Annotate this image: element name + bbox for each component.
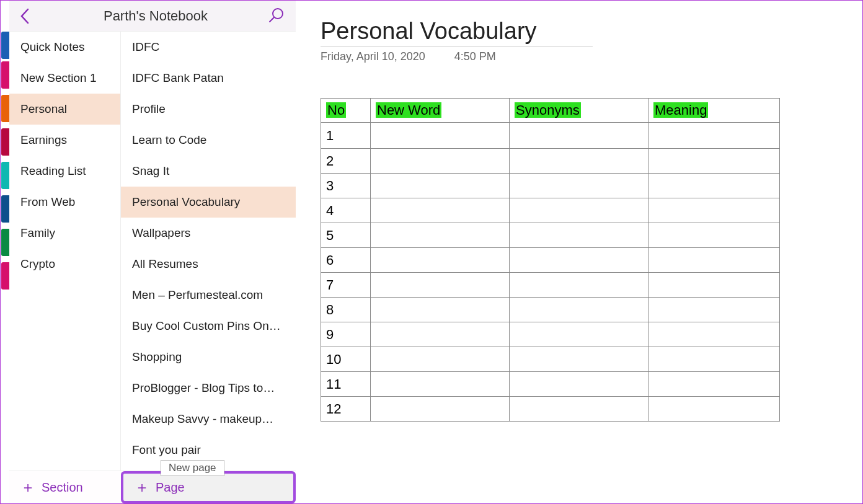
row-number-cell[interactable]: 6 xyxy=(321,248,371,273)
table-cell[interactable] xyxy=(371,174,510,198)
row-number-cell[interactable]: 7 xyxy=(321,273,371,298)
row-number-cell[interactable]: 8 xyxy=(321,298,371,322)
table-cell[interactable] xyxy=(371,347,510,372)
table-cell[interactable] xyxy=(371,372,510,397)
section-color-tab[interactable] xyxy=(1,162,9,189)
page-item[interactable]: Shopping xyxy=(121,342,296,373)
section-item[interactable]: New Section 1 xyxy=(9,63,120,94)
page-item[interactable]: IDFC xyxy=(121,32,296,63)
table-cell[interactable] xyxy=(371,273,510,298)
page-item[interactable]: ProBlogger - Blog Tips to… xyxy=(121,373,296,404)
section-item[interactable]: From Web xyxy=(9,187,120,218)
table-row[interactable]: 2 xyxy=(321,149,780,174)
row-number-cell[interactable]: 4 xyxy=(321,198,371,223)
notebook-title[interactable]: Parth's Notebook xyxy=(40,8,296,24)
row-number-cell[interactable]: 12 xyxy=(321,397,371,422)
page-item[interactable]: Snag It xyxy=(121,156,296,187)
table-cell[interactable] xyxy=(648,322,780,347)
section-item[interactable]: Quick Notes xyxy=(9,32,120,63)
vocabulary-table[interactable]: NoNew WordSynonymsMeaning 12345678910111… xyxy=(321,98,780,422)
table-cell[interactable] xyxy=(510,298,648,322)
table-cell[interactable] xyxy=(648,223,780,248)
page-item[interactable]: Makeup Savvy - makeup… xyxy=(121,404,296,435)
table-cell[interactable] xyxy=(510,372,648,397)
back-button[interactable] xyxy=(9,8,40,24)
table-cell[interactable] xyxy=(648,248,780,273)
page-item[interactable]: Wallpapers xyxy=(121,218,296,249)
table-row[interactable]: 12 xyxy=(321,397,780,422)
section-item[interactable]: Earnings xyxy=(9,125,120,156)
section-item[interactable]: Personal xyxy=(9,94,120,125)
table-cell[interactable] xyxy=(510,397,648,422)
table-cell[interactable] xyxy=(510,347,648,372)
table-row[interactable]: 3 xyxy=(321,174,780,198)
table-header-cell[interactable]: No xyxy=(321,99,371,123)
table-row[interactable]: 8 xyxy=(321,298,780,322)
section-color-tab[interactable] xyxy=(1,95,9,122)
table-cell[interactable] xyxy=(648,347,780,372)
row-number-cell[interactable]: 11 xyxy=(321,372,371,397)
table-row[interactable]: 5 xyxy=(321,223,780,248)
table-row[interactable]: 6 xyxy=(321,248,780,273)
table-cell[interactable] xyxy=(510,273,648,298)
table-cell[interactable] xyxy=(371,298,510,322)
page-item[interactable]: All Resumes xyxy=(121,249,296,280)
table-cell[interactable] xyxy=(510,223,648,248)
page-item[interactable]: Buy Cool Custom Pins On… xyxy=(121,311,296,342)
table-header-cell[interactable]: Synonyms xyxy=(510,99,648,123)
row-number-cell[interactable]: 2 xyxy=(321,149,371,174)
page-item[interactable]: IDFC Bank Patan xyxy=(121,63,296,94)
section-item[interactable]: Reading List xyxy=(9,156,120,187)
table-cell[interactable] xyxy=(510,322,648,347)
page-title[interactable]: Personal Vocabulary xyxy=(321,18,593,46)
table-cell[interactable] xyxy=(510,248,648,273)
row-number-cell[interactable]: 1 xyxy=(321,123,371,149)
table-header-cell[interactable]: New Word xyxy=(371,99,510,123)
table-cell[interactable] xyxy=(371,248,510,273)
row-number-cell[interactable]: 10 xyxy=(321,347,371,372)
table-cell[interactable] xyxy=(510,174,648,198)
page-item[interactable]: Men – Perfumesteal.com xyxy=(121,280,296,311)
table-cell[interactable] xyxy=(648,149,780,174)
row-number-cell[interactable]: 5 xyxy=(321,223,371,248)
section-item[interactable]: Family xyxy=(9,218,120,249)
table-cell[interactable] xyxy=(510,149,648,174)
section-color-tab[interactable] xyxy=(1,262,9,290)
table-row[interactable]: 4 xyxy=(321,198,780,223)
section-item[interactable]: Crypto xyxy=(9,249,120,280)
table-cell[interactable] xyxy=(648,372,780,397)
table-cell[interactable] xyxy=(648,123,780,149)
table-cell[interactable] xyxy=(371,322,510,347)
search-button[interactable] xyxy=(268,7,285,25)
table-cell[interactable] xyxy=(648,198,780,223)
table-row[interactable]: 11 xyxy=(321,372,780,397)
table-cell[interactable] xyxy=(371,397,510,422)
table-header-cell[interactable]: Meaning xyxy=(648,99,780,123)
section-color-tab[interactable] xyxy=(1,61,9,89)
row-number-cell[interactable]: 3 xyxy=(321,174,371,198)
table-cell[interactable] xyxy=(510,123,648,149)
add-section-button[interactable]: ＋ Section xyxy=(9,471,121,503)
add-page-button[interactable]: New page ＋ Page xyxy=(121,471,296,503)
row-number-cell[interactable]: 9 xyxy=(321,322,371,347)
section-color-tab[interactable] xyxy=(1,229,9,256)
section-color-tab[interactable] xyxy=(1,195,9,223)
table-cell[interactable] xyxy=(371,149,510,174)
page-content[interactable]: Personal Vocabulary Friday, April 10, 20… xyxy=(296,1,862,503)
table-cell[interactable] xyxy=(371,223,510,248)
table-cell[interactable] xyxy=(648,273,780,298)
table-cell[interactable] xyxy=(648,298,780,322)
table-row[interactable]: 10 xyxy=(321,347,780,372)
page-item[interactable]: Personal Vocabulary xyxy=(121,187,296,218)
page-item[interactable]: Learn to Code xyxy=(121,125,296,156)
table-row[interactable]: 7 xyxy=(321,273,780,298)
table-row[interactable]: 1 xyxy=(321,123,780,149)
table-cell[interactable] xyxy=(371,198,510,223)
section-color-tab[interactable] xyxy=(1,32,9,59)
table-cell[interactable] xyxy=(371,123,510,149)
page-item[interactable]: Profile xyxy=(121,94,296,125)
table-row[interactable]: 9 xyxy=(321,322,780,347)
table-cell[interactable] xyxy=(648,397,780,422)
table-cell[interactable] xyxy=(510,198,648,223)
section-color-tab[interactable] xyxy=(1,128,9,156)
